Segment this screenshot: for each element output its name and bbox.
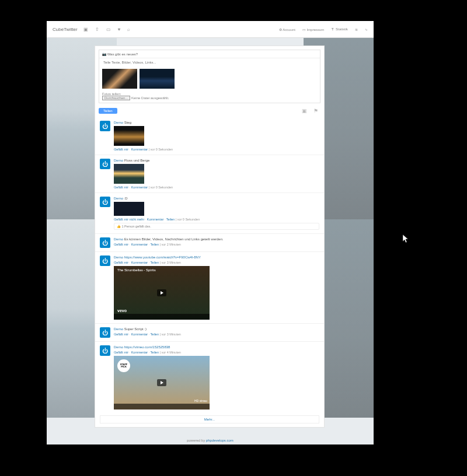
- rss-icon[interactable]: ≋: [355, 27, 358, 32]
- post-time: vor 3 Minuten: [161, 332, 180, 336]
- play-icon[interactable]: [157, 289, 166, 296]
- post-text: https://vimeo.com/152525838: [124, 345, 170, 349]
- nav-account[interactable]: ⚙ Account: [279, 27, 295, 32]
- attached-thumb-2[interactable]: [140, 69, 175, 89]
- share-link[interactable]: Teilen: [151, 351, 159, 354]
- post-text: Steg: [124, 121, 131, 124]
- post-author[interactable]: Demo: [114, 256, 123, 259]
- share-button[interactable]: Teilen: [99, 108, 117, 114]
- comment-link[interactable]: Kommentar: [147, 218, 163, 221]
- like-link[interactable]: Gefällt mir: [114, 332, 128, 336]
- share-link[interactable]: Teilen: [151, 332, 159, 336]
- footer: powered by phpdevelops.com: [47, 439, 374, 442]
- post-time: vor 3 Minuten: [161, 261, 180, 264]
- post-author[interactable]: Demo: [114, 121, 123, 124]
- post-image[interactable]: [114, 164, 144, 184]
- load-more[interactable]: Mehr...: [100, 415, 319, 424]
- post-author[interactable]: Demo: [114, 237, 123, 241]
- like-link[interactable]: Gefällt mir: [114, 351, 128, 354]
- avatar[interactable]: ⏻: [100, 256, 110, 266]
- likes-bar: 👍 1 Person gefällt das.: [114, 223, 319, 230]
- vevo-logo: vevo: [117, 309, 127, 313]
- post-author[interactable]: Demo: [114, 159, 123, 162]
- feed: ⏻ Demo Steg Gefällt mir · Kommentar | vo…: [95, 117, 324, 413]
- comment-link[interactable]: Kommentar: [131, 261, 148, 264]
- video-title: The Strumbellas - Spirits: [117, 268, 156, 272]
- like-link[interactable]: Gefällt mir: [114, 243, 128, 246]
- staff-pick-badge: STAFF PICK: [117, 359, 130, 372]
- video-embed-vimeo[interactable]: STAFF PICK HD vimeo: [114, 356, 210, 410]
- play-icon[interactable]: [157, 379, 166, 386]
- like-link[interactable]: Gefällt mir: [114, 148, 128, 151]
- post-time: vor 0 Sekunden: [151, 186, 173, 189]
- compose-box: Was gibt es neues? Fotos teilen: Durchsu…: [99, 50, 320, 103]
- post: ⏻ Demo Super Script :) Gefällt mir · Kom…: [95, 323, 324, 341]
- like-link[interactable]: Gefällt mir: [114, 261, 128, 264]
- no-file-text: Keine Datei ausgewählt.: [131, 96, 169, 100]
- post-time: vor 2 Minuten: [161, 243, 180, 246]
- camera-icon[interactable]: ▣: [83, 27, 88, 32]
- avatar[interactable]: ⏻: [100, 159, 110, 169]
- post: ⏻ Demo :D Gefällt mir nicht mehr · Komme…: [95, 192, 324, 233]
- post-time: vor 0 Sekunden: [151, 148, 173, 151]
- video-controls[interactable]: [114, 404, 210, 410]
- share-link[interactable]: Teilen: [151, 243, 159, 246]
- post: ⏻ Demo Steg Gefällt mir · Kommentar | vo…: [95, 117, 324, 155]
- desktop-icon[interactable]: ▭: [106, 27, 111, 32]
- unlike-link[interactable]: Gefällt mir nicht mehr: [114, 218, 144, 221]
- comment-link[interactable]: Kommentar: [131, 351, 148, 354]
- logout-icon[interactable]: ⤷: [365, 27, 368, 32]
- post-text: Es können Bilder, Videos, Nachrichten un…: [124, 237, 224, 241]
- attached-thumb-1[interactable]: [102, 69, 137, 89]
- post-image[interactable]: [114, 126, 144, 146]
- post: ⏻ Demo Fluss und Berge Gefällt mir · Kom…: [95, 155, 324, 192]
- browse-button[interactable]: Durchsuchen...: [102, 96, 130, 100]
- nav-statistik[interactable]: ⫪ Statistik: [331, 27, 348, 31]
- post-text: https://www.youtube.com/watch?v=F90Cw4l-…: [124, 256, 201, 259]
- avatar[interactable]: ⏻: [100, 197, 110, 207]
- nav-impressum[interactable]: ▭ Impressum: [302, 27, 324, 32]
- footer-link[interactable]: phpdevelops.com: [206, 439, 234, 442]
- upload-icon[interactable]: ⇧: [95, 27, 99, 32]
- post-text: Fluss und Berge: [124, 159, 150, 162]
- avatar[interactable]: ⏻: [100, 237, 110, 248]
- comment-link[interactable]: Kommentar: [131, 148, 148, 151]
- post-time: vor 0 Sekunden: [177, 218, 200, 221]
- post: ⏻ Demo https://vimeo.com/152525838 Gefäl…: [95, 341, 324, 413]
- compose-header: Was gibt es neues?: [99, 50, 320, 58]
- compose-tools[interactable]: ▣ ⚑: [302, 108, 320, 114]
- top-nav: CubeTwitter ▣ ⇧ ▭ ♥ ⌕ ⚙ Account ▭ Impres…: [47, 21, 374, 38]
- post: ⏻ Demo https://www.youtube.com/watch?v=F…: [95, 251, 324, 323]
- post: ⏻ Demo Es können Bilder, Videos, Nachric…: [95, 233, 324, 251]
- video-embed-youtube[interactable]: The Strumbellas - Spirits vevo: [114, 266, 210, 320]
- post-author[interactable]: Demo: [114, 197, 123, 200]
- mouse-cursor: [403, 235, 410, 244]
- video-controls[interactable]: [114, 314, 210, 320]
- share-link[interactable]: Teilen: [166, 218, 175, 221]
- like-link[interactable]: Gefällt mir: [114, 186, 128, 189]
- main-card: Was gibt es neues? Fotos teilen: Durchsu…: [95, 46, 325, 428]
- post-author[interactable]: Demo: [114, 327, 123, 331]
- post-time: vor 4 Minuten: [161, 351, 180, 354]
- avatar[interactable]: ⏻: [100, 121, 110, 131]
- search-icon[interactable]: ⌕: [127, 27, 130, 32]
- avatar[interactable]: ⏻: [100, 345, 110, 356]
- post-text: :D: [124, 197, 128, 200]
- heart-icon[interactable]: ♥: [118, 27, 121, 32]
- post-text: Super Script :): [124, 327, 147, 331]
- comment-link[interactable]: Kommentar: [131, 243, 148, 246]
- comment-link[interactable]: Kommentar: [131, 186, 148, 189]
- post-author[interactable]: Demo: [114, 345, 123, 349]
- comment-link[interactable]: Kommentar: [131, 332, 148, 336]
- avatar[interactable]: ⏻: [100, 327, 110, 338]
- vimeo-logo: HD vimeo: [194, 399, 207, 402]
- post-image[interactable]: [114, 202, 144, 216]
- compose-input[interactable]: [102, 60, 319, 65]
- share-link[interactable]: Teilen: [151, 261, 159, 264]
- brand[interactable]: CubeTwitter: [53, 27, 78, 32]
